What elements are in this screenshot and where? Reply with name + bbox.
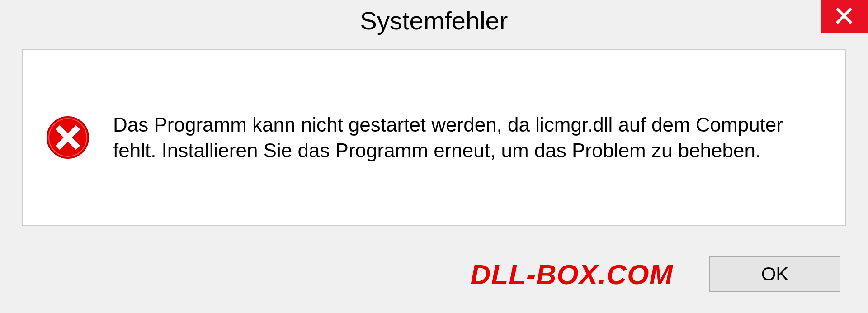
error-icon [45, 115, 90, 160]
dialog-footer: DLL-BOX.COM OK [0, 249, 868, 299]
ok-button[interactable]: OK [709, 256, 840, 292]
close-button[interactable] [821, 0, 868, 33]
close-icon [835, 7, 853, 27]
error-dialog: Systemfehler Das Programm kann nicht ges… [0, 0, 868, 313]
dialog-title: Systemfehler [360, 6, 508, 35]
content-panel: Das Programm kann nicht gestartet werden… [22, 49, 846, 226]
ok-button-label: OK [761, 263, 789, 285]
watermark-text: DLL-BOX.COM [471, 258, 673, 290]
titlebar: Systemfehler [0, 0, 868, 40]
error-message: Das Programm kann nicht gestartet werden… [113, 112, 818, 163]
